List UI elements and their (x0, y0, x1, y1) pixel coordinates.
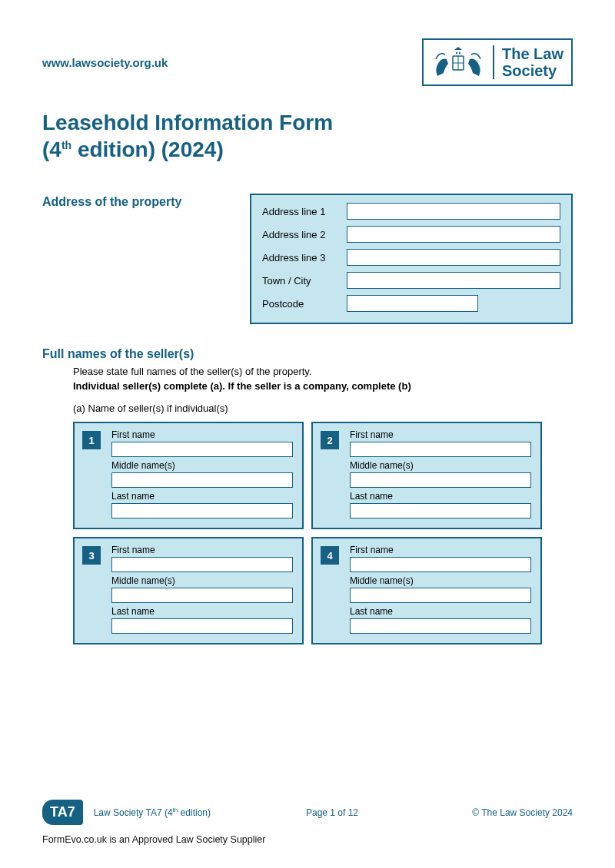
seller-grid: 1 First name Middle name(s) Last name 2 … (42, 422, 573, 644)
seller1-last-input[interactable] (111, 503, 293, 518)
seller-box-2: 2 First name Middle name(s) Last name (311, 422, 542, 529)
seller-box-1: 1 First name Middle name(s) Last name (73, 422, 304, 529)
crest-icon (431, 45, 485, 79)
svg-point-4 (459, 52, 460, 54)
header: www.lawsociety.org.uk The Law Soci (42, 38, 573, 86)
first-name-label: First name (111, 545, 293, 555)
sellers-instruction-1: Please state full names of the seller(s)… (42, 366, 573, 377)
seller2-first-input[interactable] (350, 442, 531, 457)
address-box: Address line 1 Address line 2 Address li… (250, 194, 573, 324)
postcode-input[interactable] (347, 295, 478, 312)
sellers-section: Full names of the seller(s) Please state… (42, 347, 573, 644)
last-name-label: Last name (350, 606, 531, 617)
sellers-sub-a: (a) Name of seller(s) if individual(s) (42, 403, 573, 414)
seller-badge-4: 4 (321, 546, 339, 565)
address-line1-input[interactable] (347, 203, 560, 220)
logo-divider (493, 45, 494, 79)
address-line3-label: Address line 3 (262, 252, 339, 263)
seller-box-3: 3 First name Middle name(s) Last name (73, 537, 304, 644)
copyright: © The Law Society 2024 (472, 807, 573, 818)
seller3-last-input[interactable] (111, 618, 293, 634)
seller4-last-input[interactable] (350, 618, 531, 634)
seller3-middle-input[interactable] (111, 588, 293, 603)
footer-edition: Law Society TA7 (4th edition) (94, 807, 211, 818)
first-name-label: First name (350, 429, 531, 440)
middle-name-label: Middle name(s) (111, 575, 293, 586)
website-url[interactable]: www.lawsociety.org.uk (42, 56, 168, 69)
page-number: Page 1 of 12 (306, 807, 358, 818)
footer: TA7 Law Society TA7 (4th edition) Page 1… (42, 800, 573, 845)
sellers-instruction-2: Individual seller(s) complete (a). If th… (42, 380, 573, 392)
sellers-section-label: Full names of the seller(s) (42, 347, 573, 361)
address-section-label: Address of the property (42, 195, 234, 209)
logo-text: The Law Society (502, 45, 563, 79)
seller3-first-input[interactable] (111, 557, 293, 572)
address-section: Address of the property Address line 1 A… (42, 194, 573, 324)
last-name-label: Last name (111, 606, 293, 617)
seller-box-4: 4 First name Middle name(s) Last name (311, 537, 542, 644)
page-title: Leasehold Information Form (4th edition)… (42, 109, 573, 163)
last-name-label: Last name (350, 491, 531, 502)
seller4-middle-input[interactable] (350, 588, 531, 603)
seller1-middle-input[interactable] (111, 472, 293, 488)
first-name-label: First name (111, 429, 293, 440)
middle-name-label: Middle name(s) (111, 460, 293, 471)
seller4-first-input[interactable] (350, 557, 531, 572)
town-input[interactable] (347, 272, 560, 289)
seller-badge-2: 2 (321, 431, 339, 449)
address-line1-label: Address line 1 (262, 206, 339, 217)
address-line3-input[interactable] (347, 249, 560, 266)
middle-name-label: Middle name(s) (350, 460, 531, 471)
seller-badge-3: 3 (82, 546, 101, 565)
seller2-middle-input[interactable] (350, 472, 531, 488)
town-label: Town / City (262, 275, 339, 287)
supplier-note: FormEvo.co.uk is an Approved Law Society… (42, 834, 573, 845)
ta7-badge: TA7 (42, 800, 83, 825)
postcode-label: Postcode (262, 298, 339, 310)
seller1-first-input[interactable] (111, 442, 293, 457)
last-name-label: Last name (111, 491, 293, 502)
address-line2-label: Address line 2 (262, 229, 339, 240)
law-society-logo: The Law Society (422, 38, 573, 86)
middle-name-label: Middle name(s) (350, 575, 531, 586)
seller2-last-input[interactable] (350, 503, 531, 518)
seller-badge-1: 1 (82, 431, 101, 449)
first-name-label: First name (350, 545, 531, 555)
address-line2-input[interactable] (347, 226, 560, 243)
svg-point-3 (456, 52, 457, 54)
